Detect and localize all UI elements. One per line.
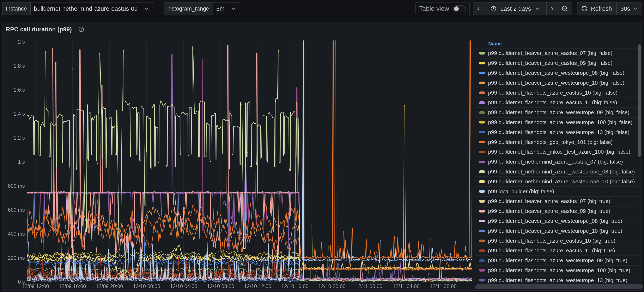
svg-text:1 s: 1 s <box>18 159 25 165</box>
svg-text:12/09 20:00: 12/09 20:00 <box>96 283 123 289</box>
svg-text:12/11 04:00: 12/11 04:00 <box>393 283 420 289</box>
svg-text:12/11 08:00: 12/11 08:00 <box>430 283 457 289</box>
svg-text:12/10 08:00: 12/10 08:00 <box>207 283 234 289</box>
svg-text:2 s: 2 s <box>18 39 25 45</box>
svg-text:1.2 s: 1.2 s <box>14 135 25 141</box>
svg-text:12/09 12:00: 12/09 12:00 <box>22 283 49 289</box>
svg-text:12/10 20:00: 12/10 20:00 <box>318 283 346 289</box>
svg-text:12/09 16:00: 12/09 16:00 <box>59 283 86 289</box>
svg-text:600 ms: 600 ms <box>8 207 25 213</box>
svg-text:12/10 12:00: 12/10 12:00 <box>244 283 271 289</box>
svg-text:1.8 s: 1.8 s <box>14 63 25 69</box>
svg-text:400 ms: 400 ms <box>8 231 25 237</box>
svg-text:1.6 s: 1.6 s <box>14 87 25 93</box>
svg-text:800 ms: 800 ms <box>8 183 25 189</box>
svg-text:12/10 16:00: 12/10 16:00 <box>281 283 308 289</box>
svg-text:12/10 04:00: 12/10 04:00 <box>170 283 197 289</box>
svg-text:12/10 00:00: 12/10 00:00 <box>133 283 160 289</box>
svg-text:200 ms: 200 ms <box>8 255 25 261</box>
svg-text:1.4 s: 1.4 s <box>14 111 25 117</box>
svg-text:12/11 00:00: 12/11 00:00 <box>356 283 382 289</box>
